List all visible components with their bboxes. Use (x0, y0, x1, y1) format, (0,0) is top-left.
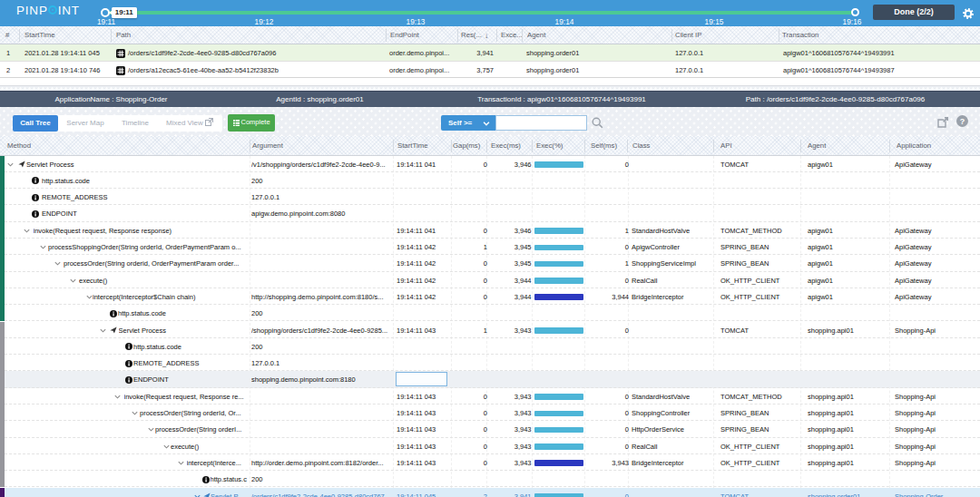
svg-text:?: ? (960, 117, 965, 126)
